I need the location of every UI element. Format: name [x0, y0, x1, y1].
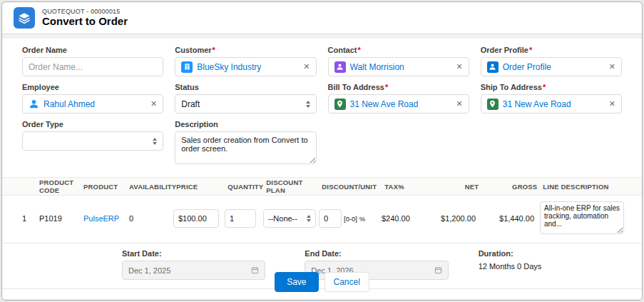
price-input[interactable] [173, 209, 219, 228]
convert-to-order-window: QUOTEQUOT - 00000015 Convert to Order Or… [1, 1, 643, 301]
action-footer: Save Cancel [2, 272, 642, 292]
label-text: Description [175, 120, 218, 129]
form-card: Order Name Customer* BlueSky Industry ✕ [2, 39, 642, 299]
duration-value: 12 Months 0 Days [479, 262, 622, 271]
table-row: 1 P1019 PulseERP 0 --None-- [0-0] % $240… [2, 196, 642, 241]
building-icon [181, 61, 193, 73]
close-icon[interactable]: ✕ [146, 99, 157, 109]
location-pin-icon [487, 99, 499, 110]
col-quantity: QUANTITY [228, 183, 266, 191]
order-profile-label: Order Profile* [481, 46, 622, 54]
line-items-table: PRODUCT CODE PRODUCT AVAILABILITY PRICE … [2, 177, 642, 241]
field-employee: Employee Rahul Ahmed ✕ [22, 83, 163, 114]
discount-plan-value: --None-- [268, 214, 297, 223]
location-pin-icon [334, 99, 346, 110]
stepper-icon [306, 101, 310, 108]
field-ship-to-address: Ship To Address* 31 New Ave Road ✕ [481, 83, 622, 114]
header-text: QUOTEQUOT - 00000015 Convert to Order [42, 8, 128, 27]
col-product: PRODUCT [83, 183, 129, 191]
discount-range-label: [0-0] % [344, 215, 365, 223]
status-label: Status [175, 83, 316, 91]
status-select[interactable]: Draft [175, 94, 316, 114]
employee-person-icon [29, 99, 39, 109]
description-label: Description [175, 120, 316, 129]
col-product-code: PRODUCT CODE [39, 178, 83, 194]
description-textarea[interactable]: Sales order creation from Convert to ord… [175, 131, 316, 164]
label-text: Status [175, 83, 199, 91]
label-text: Bill To Address [328, 83, 384, 91]
field-contact: Contact* Walt Morrision ✕ [328, 46, 469, 76]
contact-pill[interactable]: Walt Morrision ✕ [328, 57, 469, 76]
bill-to-pill[interactable]: 31 New Ave Road ✕ [328, 94, 469, 114]
employee-pill[interactable]: Rahul Ahmed ✕ [22, 94, 163, 114]
field-status: Status Draft [175, 83, 316, 114]
field-bill-to-address: Bill To Address* 31 New Ave Road ✕ [328, 83, 469, 114]
close-icon[interactable]: ✕ [605, 62, 615, 71]
order-profile-value: Order Profile [503, 62, 551, 72]
close-icon[interactable]: ✕ [605, 99, 615, 109]
label-text: Employee [22, 83, 59, 91]
close-icon[interactable]: ✕ [452, 99, 463, 109]
discount-plan-select[interactable]: --None-- [263, 209, 316, 228]
label-text: Order Profile [481, 46, 528, 54]
quote-app-icon [14, 7, 35, 29]
duration-field: Duration: 12 Months 0 Days [479, 249, 622, 271]
contact-person-icon [334, 61, 346, 73]
col-line-description: LINE DESCRIPTION [537, 183, 622, 191]
order-type-label: Order Type [22, 120, 163, 129]
col-discount-plan: DISCOUNT PLAN [266, 178, 322, 194]
customer-pill[interactable]: BlueSky Industry ✕ [175, 57, 316, 76]
col-availability: AVAILABILITY [129, 183, 176, 191]
required-marker: * [543, 83, 546, 91]
order-name-label: Order Name [22, 46, 163, 54]
product-link[interactable]: PulseERP [83, 214, 119, 223]
field-order-name: Order Name [22, 46, 163, 76]
field-description: Description Sales order creation from Co… [175, 120, 316, 167]
cancel-button[interactable]: Cancel [324, 272, 369, 292]
quantity-input[interactable] [225, 209, 256, 228]
label-text: Contact [328, 46, 357, 54]
order-profile-pill[interactable]: Order Profile ✕ [481, 57, 622, 76]
label-text: Customer [175, 46, 211, 54]
ship-to-pill[interactable]: 31 New Ave Road ✕ [481, 94, 622, 114]
grid-spacer [481, 120, 622, 167]
page-header: QUOTEQUOT - 00000015 Convert to Order [2, 2, 642, 34]
customer-label: Customer* [175, 46, 316, 54]
ship-to-label: Ship To Address* [481, 83, 622, 91]
gross-cell: $1,440.00 [476, 214, 534, 223]
stepper-icon [153, 138, 157, 145]
label-text: Order Name [22, 46, 67, 54]
save-button[interactable]: Save [275, 272, 318, 292]
profile-person-icon [487, 61, 499, 73]
employee-value: Rahul Ahmed [44, 99, 95, 109]
duration-label: Duration: [479, 249, 622, 258]
required-marker: * [529, 46, 532, 54]
discount-per-unit-input[interactable] [319, 209, 342, 228]
col-discount-unit: DISCOUNT/UNIT [322, 183, 384, 191]
customer-value: BlueSky Industry [197, 62, 261, 72]
net-cell: $1,200.00 [421, 214, 476, 223]
employee-label: Employee [22, 83, 163, 91]
table-header-row: PRODUCT CODE PRODUCT AVAILABILITY PRICE … [2, 177, 642, 196]
col-gross: GROSS [479, 183, 537, 191]
label-text: Order Type [22, 120, 63, 129]
field-order-profile: Order Profile* Order Profile ✕ [481, 46, 622, 76]
col-tax: TAX% [384, 183, 424, 191]
order-form: Order Name Customer* BlueSky Industry ✕ [2, 39, 642, 170]
record-id: QUOTEQUOT - 00000015 [42, 8, 128, 15]
stepper-icon [307, 215, 311, 222]
required-marker: * [213, 46, 215, 54]
close-icon[interactable]: ✕ [452, 62, 463, 71]
end-date-label: End Date: [305, 249, 448, 258]
required-marker: * [357, 46, 360, 54]
product-code-cell: P1019 [39, 214, 83, 223]
bill-to-value: 31 New Ave Road [350, 99, 419, 109]
field-order-type: Order Type [22, 120, 163, 167]
tax-cell: $240.00 [382, 214, 421, 223]
line-description-textarea[interactable]: All-in-one ERP for sales tracking, autom… [540, 201, 624, 234]
bill-to-label: Bill To Address* [328, 83, 469, 91]
order-name-input[interactable] [22, 57, 163, 76]
grid-spacer [328, 120, 469, 167]
close-icon[interactable]: ✕ [299, 62, 310, 71]
order-type-select[interactable] [22, 131, 163, 151]
